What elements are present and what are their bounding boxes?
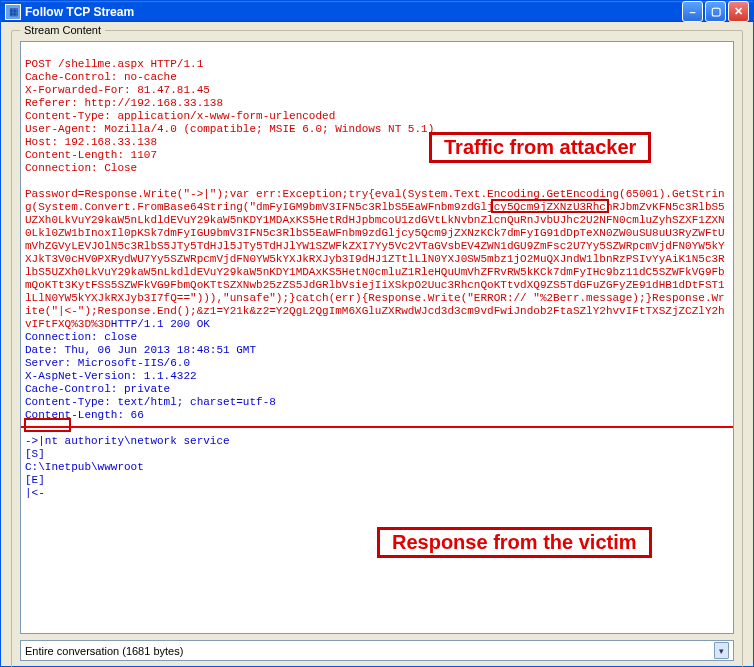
stream-text-area[interactable]: POST /shellme.aspx HTTP/1.1 Cache-Contro… bbox=[20, 41, 734, 634]
separator-line bbox=[21, 426, 733, 428]
chevron-down-icon[interactable]: ▾ bbox=[714, 642, 729, 659]
attacker-label: Traffic from attacker bbox=[429, 132, 651, 163]
conversation-filter-combo[interactable]: Entire conversation (1681 bytes) ▾ bbox=[20, 640, 734, 661]
app-icon: ▦ bbox=[5, 4, 21, 20]
window-frame: ▦ Follow TCP Stream – ▢ ✕ Stream Content… bbox=[0, 0, 754, 667]
maximize-button[interactable]: ▢ bbox=[705, 1, 726, 22]
fieldset-legend: Stream Content bbox=[20, 24, 105, 36]
close-window-button[interactable]: ✕ bbox=[728, 1, 749, 22]
minimize-button[interactable]: – bbox=[682, 1, 703, 22]
stream-content-fieldset: Stream Content POST /shellme.aspx HTTP/1… bbox=[11, 30, 743, 667]
response-text: HTTP/1.1 200 OK Connection: close Date: … bbox=[25, 318, 276, 499]
request-text: POST /shellme.aspx HTTP/1.1 Cache-Contro… bbox=[25, 58, 725, 330]
conversation-filter-value: Entire conversation (1681 bytes) bbox=[25, 645, 183, 657]
titlebar[interactable]: ▦ Follow TCP Stream – ▢ ✕ bbox=[1, 1, 753, 22]
victim-label: Response from the victim bbox=[377, 527, 652, 558]
window-title: Follow TCP Stream bbox=[25, 5, 682, 19]
